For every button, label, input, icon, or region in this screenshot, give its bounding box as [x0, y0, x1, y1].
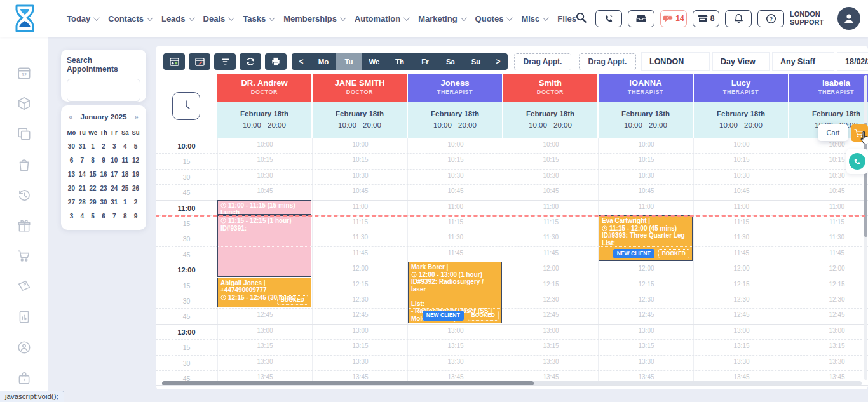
- location-select[interactable]: LONDON: [641, 52, 710, 71]
- time-slot[interactable]: 12:00: [789, 265, 868, 272]
- time-slot[interactable]: 10:15: [408, 156, 503, 163]
- time-slot[interactable]: 11:30: [408, 234, 503, 241]
- staff-column-header[interactable]: IsabelaTHERAPIST: [789, 74, 868, 102]
- time-slot[interactable]: 13:15: [789, 342, 868, 349]
- call-button[interactable]: [849, 153, 865, 170]
- appointment[interactable]: 11:15 - 12:15 (1 hour)ID#9391:: [217, 215, 311, 277]
- time-slot[interactable]: 12:15: [599, 281, 694, 288]
- time-slot[interactable]: 13:00: [599, 327, 694, 334]
- time-slot[interactable]: 10:45: [789, 187, 868, 194]
- time-slot[interactable]: 10:00: [217, 141, 313, 148]
- time-slot[interactable]: 13:30: [694, 358, 789, 365]
- nav-item-deals[interactable]: Deals: [203, 14, 233, 23]
- time-slot[interactable]: 13:00: [313, 327, 408, 334]
- mini-calendar-day[interactable]: 31: [109, 196, 119, 210]
- mini-calendar-day[interactable]: 8: [88, 154, 98, 168]
- time-slot[interactable]: 10:00: [694, 141, 789, 148]
- appointment[interactable]: 11:00 - 11:15 (15 mins)Lunch: [217, 200, 311, 215]
- inbox-button[interactable]: [628, 10, 654, 27]
- mini-calendar-day[interactable]: 4: [77, 210, 88, 224]
- gift-icon[interactable]: [17, 218, 32, 233]
- time-slot[interactable]: 10:45: [599, 187, 694, 194]
- time-slot[interactable]: 12:30: [313, 296, 408, 303]
- time-slot[interactable]: 11:45: [408, 250, 503, 257]
- mini-calendar-day[interactable]: 28: [77, 196, 88, 210]
- time-slot[interactable]: 13:00: [503, 327, 599, 334]
- day-prev-button[interactable]: <: [292, 53, 311, 70]
- time-slot[interactable]: 10:45: [408, 187, 503, 194]
- day-tab-mo[interactable]: Mo: [311, 53, 336, 70]
- time-slot[interactable]: 12:00: [694, 265, 789, 272]
- time-slot[interactable]: 10:00: [599, 141, 694, 148]
- time-slot[interactable]: 11:15: [408, 218, 503, 225]
- mini-calendar-next[interactable]: »: [135, 113, 139, 121]
- time-slot[interactable]: 11:45: [503, 250, 599, 257]
- mini-calendar-day[interactable]: 30: [66, 140, 77, 154]
- pos-button[interactable]: 8: [693, 10, 719, 27]
- nav-item-contacts[interactable]: Contacts: [108, 14, 151, 23]
- mini-calendar-day[interactable]: 13: [66, 168, 77, 182]
- drag-appointment-button-2[interactable]: Drag Appt.: [579, 53, 636, 70]
- time-slot[interactable]: 13:45: [408, 373, 503, 380]
- mini-calendar-day[interactable]: 9: [98, 154, 109, 168]
- nav-item-automation[interactable]: Automation: [355, 14, 408, 23]
- tags-icon[interactable]: [17, 279, 32, 294]
- time-slot[interactable]: 11:00: [694, 203, 789, 210]
- search-appointments-input[interactable]: [67, 79, 140, 102]
- time-slot[interactable]: 11:30: [313, 234, 408, 241]
- time-slot[interactable]: 13:15: [408, 342, 503, 349]
- time-slot[interactable]: 13:00: [408, 327, 503, 334]
- edit-calendar-button[interactable]: [189, 53, 210, 70]
- time-slot[interactable]: 11:00: [789, 203, 868, 210]
- time-slot[interactable]: 13:00: [217, 327, 313, 334]
- mini-calendar-day[interactable]: 5: [130, 140, 141, 154]
- time-slot[interactable]: 10:45: [313, 187, 408, 194]
- mini-calendar-day[interactable]: 16: [98, 168, 109, 182]
- staff-column-header[interactable]: DR. AndrewDOCTOR: [217, 74, 311, 102]
- time-slot[interactable]: 13:00: [789, 327, 868, 334]
- day-next-button[interactable]: >: [489, 53, 508, 70]
- time-slot[interactable]: 10:00: [789, 141, 868, 148]
- time-slot[interactable]: 12:15: [694, 281, 789, 288]
- time-slot[interactable]: 11:45: [313, 250, 408, 257]
- time-slot[interactable]: 11:45: [694, 250, 789, 257]
- time-slot[interactable]: 10:30: [599, 172, 694, 179]
- mini-calendar-day[interactable]: 2: [130, 196, 141, 210]
- date-picker[interactable]: 18/02/2025: [837, 52, 868, 71]
- time-slot[interactable]: 12:45: [313, 311, 408, 318]
- mini-calendar-day[interactable]: 31: [77, 140, 88, 154]
- time-slot[interactable]: 12:45: [217, 311, 313, 318]
- time-slot[interactable]: 13:30: [503, 358, 599, 365]
- mini-calendar-day[interactable]: 6: [98, 210, 109, 224]
- time-slot[interactable]: 10:00: [313, 141, 408, 148]
- mini-calendar-day[interactable]: 5: [88, 210, 98, 224]
- staff-column-header[interactable]: LucyTHERAPIST: [694, 74, 788, 102]
- staff-column-header[interactable]: SmithDOCTOR: [503, 74, 597, 102]
- calendar-date-icon[interactable]: 12: [17, 65, 32, 81]
- time-slot[interactable]: 10:15: [217, 156, 313, 163]
- mini-calendar-day[interactable]: 25: [119, 182, 130, 196]
- time-slot[interactable]: 13:45: [313, 373, 408, 380]
- mini-calendar-day[interactable]: 27: [66, 196, 77, 210]
- nav-item-quotes[interactable]: Quotes: [475, 14, 512, 23]
- mini-calendar-day[interactable]: 1: [119, 196, 130, 210]
- time-slot[interactable]: 11:00: [503, 203, 599, 210]
- time-slot[interactable]: 11:15: [503, 218, 599, 225]
- search-icon[interactable]: [575, 11, 587, 26]
- mini-calendar-day[interactable]: 21: [77, 182, 88, 196]
- time-slot[interactable]: 10:00: [503, 141, 599, 148]
- mini-calendar-day[interactable]: 12: [130, 154, 141, 168]
- time-slot[interactable]: 13:45: [599, 373, 694, 380]
- time-slot[interactable]: 10:45: [503, 187, 599, 194]
- time-slot[interactable]: 11:00: [599, 203, 694, 210]
- mini-calendar-day[interactable]: 26: [130, 182, 141, 196]
- time-slot[interactable]: 12:30: [503, 296, 599, 303]
- mini-calendar-day[interactable]: 23: [98, 182, 109, 196]
- time-slot[interactable]: 11:45: [789, 250, 868, 257]
- time-slot[interactable]: 13:30: [217, 358, 313, 365]
- filter-list-button[interactable]: [214, 53, 236, 70]
- time-slot[interactable]: 10:30: [408, 172, 503, 179]
- print-button[interactable]: [265, 53, 287, 70]
- mini-calendar-day[interactable]: 19: [130, 168, 141, 182]
- time-slot[interactable]: 11:30: [503, 234, 599, 241]
